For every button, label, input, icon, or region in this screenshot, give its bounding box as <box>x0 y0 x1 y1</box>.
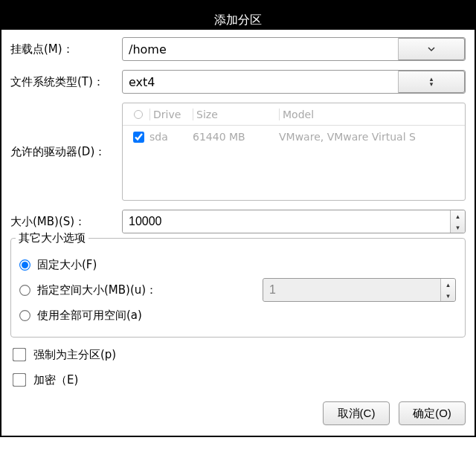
fs-type-select[interactable]: ext4 ▴▾ <box>122 70 466 94</box>
size-mb-label: 大小(MB)(S)： <box>10 215 122 229</box>
chevron-up-down-icon: ▴▾ <box>430 77 434 87</box>
size-down-button[interactable]: ▾ <box>451 222 465 233</box>
option-fill[interactable]: 使用全部可用空间(a) <box>20 303 456 328</box>
up-to-radio[interactable] <box>19 285 30 296</box>
allowed-drives-label: 允许的驱动器(D)： <box>10 145 122 159</box>
column-size: Size <box>193 109 279 120</box>
size-options-title: 其它大小选项 <box>16 231 89 245</box>
encrypt-checkbox[interactable] <box>13 373 26 387</box>
row-mount-point: 挂载点(M)： /home <box>10 37 466 61</box>
row-allowed-drives: 允许的驱动器(D)： Drive Size Model sda 61440 MB… <box>10 103 466 201</box>
dialog-body: 挂载点(M)： /home 文件系统类型(T)： ext4 ▴▾ 允许的驱动器(… <box>0 30 476 437</box>
drive-row-checkbox[interactable] <box>133 132 144 143</box>
ok-button[interactable]: 确定(O) <box>399 401 466 425</box>
fill-radio[interactable] <box>19 310 30 321</box>
row-size-mb: 大小(MB)(S)： ▴ ▾ <box>10 210 466 233</box>
force-primary-checkbox[interactable] <box>13 348 26 361</box>
fs-type-value: ext4 <box>123 75 398 89</box>
drive-list-header: Drive Size Model <box>123 103 465 126</box>
fs-type-label: 文件系统类型(T)： <box>10 75 122 89</box>
drive-row-drive: sda <box>149 131 193 143</box>
select-all-circle-icon[interactable] <box>134 110 143 119</box>
row-fs-type: 文件系统类型(T)： ext4 ▴▾ <box>10 70 466 94</box>
row-encrypt[interactable]: 加密（E) <box>10 372 466 388</box>
size-options-group: 其它大小选项 固定大小(F) 指定空间大小(MB)(u)： ▴ ▾ 使用全部可用… <box>10 238 466 338</box>
fill-label: 使用全部可用空间(a) <box>37 309 142 323</box>
fixed-size-label: 固定大小(F) <box>37 258 97 272</box>
drive-row-size: 61440 MB <box>193 131 279 143</box>
up-to-input <box>263 279 439 301</box>
column-model: Model <box>279 109 465 120</box>
up-to-label: 指定空间大小(MB)(u)： <box>37 283 157 297</box>
chevron-down-icon <box>428 45 435 53</box>
dialog-footer: 取消(C) 确定(O) <box>10 401 466 425</box>
fixed-size-radio[interactable] <box>19 259 30 271</box>
mount-point-label: 挂载点(M)： <box>10 42 122 56</box>
mount-point-dropdown-button[interactable] <box>398 38 465 60</box>
option-fixed-size[interactable]: 固定大小(F) <box>20 252 456 277</box>
dialog-titlebar: 添加分区 <box>0 10 476 30</box>
option-up-to[interactable]: 指定空间大小(MB)(u)： ▴ ▾ <box>20 277 456 303</box>
size-up-button[interactable]: ▴ <box>451 210 465 222</box>
size-mb-input[interactable] <box>123 210 450 233</box>
parent-window-strip <box>0 0 476 10</box>
drive-row-model: VMware, VMware Virtual S <box>279 131 465 143</box>
dialog-title: 添加分区 <box>214 13 262 27</box>
mount-point-select[interactable]: /home <box>122 37 466 61</box>
up-to-up-button: ▴ <box>441 279 455 290</box>
cancel-button[interactable]: 取消(C) <box>323 401 390 425</box>
mount-point-value: /home <box>123 42 398 56</box>
force-primary-label: 强制为主分区(p) <box>33 348 116 362</box>
up-to-spinbox: ▴ ▾ <box>263 278 456 302</box>
drive-list[interactable]: Drive Size Model sda 61440 MB VMware, VM… <box>122 103 466 201</box>
size-mb-spinbox[interactable]: ▴ ▾ <box>122 210 466 233</box>
fs-type-spinner-button[interactable]: ▴▾ <box>398 71 465 93</box>
row-force-primary[interactable]: 强制为主分区(p) <box>10 346 466 363</box>
encrypt-label: 加密（E) <box>33 373 78 387</box>
table-row[interactable]: sda 61440 MB VMware, VMware Virtual S <box>123 126 465 148</box>
column-drive: Drive <box>149 109 193 120</box>
up-to-down-button: ▾ <box>441 290 455 301</box>
